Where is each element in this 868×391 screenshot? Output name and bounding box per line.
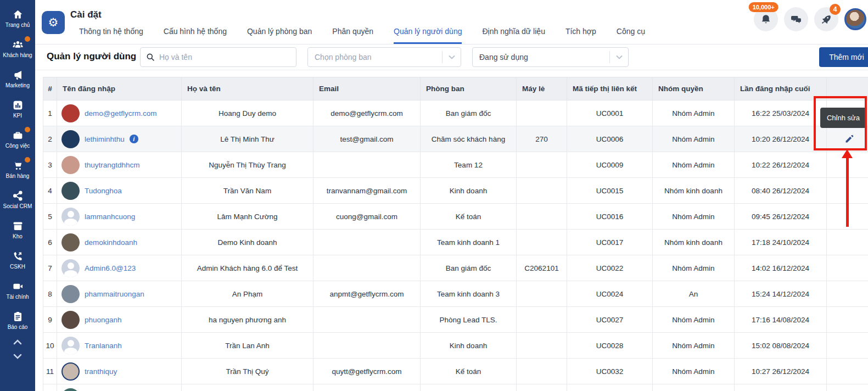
- sidebar-item-marketing[interactable]: Marketing: [0, 64, 35, 94]
- permission-group-cell: An: [653, 281, 735, 307]
- search-input[interactable]: [159, 53, 290, 62]
- username-link[interactable]: demo@getflycrm.com: [85, 109, 157, 118]
- extension-cell: [517, 204, 567, 230]
- row-number: 5: [43, 204, 57, 230]
- row-number: 4: [43, 178, 57, 204]
- permission-group-cell: Nhóm kinh doanh: [653, 178, 735, 204]
- full-name-cell: ha nguyen phương anh: [182, 307, 313, 333]
- table-row: 4TudonghoaTrần Văn Namtranvannam@gmail.c…: [43, 178, 868, 204]
- tab-c-ng-c[interactable]: Công cụ: [617, 27, 645, 44]
- username-link[interactable]: thuytrangtdhhcm: [85, 161, 140, 169]
- row-avatar: [61, 130, 80, 148]
- username-link[interactable]: tranthiquy: [85, 367, 117, 376]
- last-login-cell: 08:40 26/12/2024: [735, 178, 827, 204]
- username-cell: demokinhdoanh: [57, 230, 182, 255]
- username-cell: Tranlananh: [57, 333, 182, 359]
- sidebar: Trang chủKhách hàngMarketingKPICông việc…: [0, 0, 35, 391]
- notifications-button[interactable]: 10,000+: [754, 7, 778, 31]
- table-row: 7Admin6.0@123Admin Khách hàng 6.0 để Tes…: [43, 255, 868, 281]
- username-link[interactable]: Tudonghoa: [85, 187, 122, 195]
- permission-group-cell: Nhóm Admin: [653, 204, 735, 230]
- tab-ph-n-quy-n[interactable]: Phân quyền: [332, 27, 373, 44]
- sidebar-item-label: KPI: [13, 113, 22, 119]
- extension-cell: [517, 307, 567, 333]
- row-number: 10: [43, 333, 57, 359]
- full-name-cell: Trần Văn Nam: [182, 178, 313, 204]
- app-title: Cài đặt: [70, 9, 102, 20]
- sidebar-item-cskh[interactable]: CSKH: [0, 245, 35, 275]
- tab-th-ng-tin-h-th-ng[interactable]: Thông tin hệ thống: [79, 27, 143, 44]
- permission-group-cell: Nhóm Admin: [653, 152, 735, 178]
- full-name-cell: Trần Lan Anh: [182, 333, 313, 359]
- actions-cell: [827, 126, 868, 152]
- info-icon[interactable]: i: [130, 135, 138, 143]
- department-select[interactable]: Chọn phòng ban: [307, 47, 461, 67]
- sidebar-item-b-n-h-ng[interactable]: Bán hàng: [0, 154, 35, 185]
- launcher-button[interactable]: 4: [814, 7, 838, 31]
- username-link[interactable]: Admin6.0@123: [85, 264, 136, 272]
- actions-cell: [827, 255, 868, 281]
- full-name-cell: Lê Thị Minh Thư: [182, 126, 313, 152]
- sidebar-item-kh-ch-h-ng[interactable]: Khách hàng: [0, 33, 35, 64]
- tab-nh-ngh-a-d-li-u[interactable]: Định nghĩa dữ liệu: [482, 27, 545, 44]
- chat-button[interactable]: [784, 7, 808, 31]
- column-header-item: #: [43, 77, 57, 100]
- last-login-cell: 17:16 14/08/2024: [735, 307, 827, 333]
- extension-cell: [517, 230, 567, 255]
- column-header-m-ti-p-th-li-n-k-t: Mã tiếp thị liên kết: [567, 77, 653, 100]
- actions-cell: [827, 307, 868, 333]
- user-avatar[interactable]: [844, 8, 866, 30]
- username-link[interactable]: lethiminhthu: [85, 135, 125, 143]
- sidebar-item-b-o-c-o[interactable]: Báo cáo: [0, 305, 35, 336]
- sidebar-item-kpi[interactable]: KPI: [0, 94, 35, 124]
- sidebar-item-c-ng-vi-c[interactable]: Công việc: [0, 124, 35, 154]
- column-header-nh-m-quy-n: Nhóm quyền: [653, 77, 735, 100]
- row-number: 1: [43, 100, 57, 126]
- extension-cell: [517, 384, 567, 391]
- extension-cell: C2062101: [517, 255, 567, 281]
- username-link[interactable]: lammanhcuong: [85, 213, 135, 221]
- sidebar-item-trang-ch[interactable]: Trang chủ: [0, 3, 35, 33]
- sidebar-item-social-crm[interactable]: Social CRM: [0, 185, 35, 215]
- notification-dot: [25, 127, 30, 132]
- extension-cell: [517, 281, 567, 307]
- sidebar-item-label: Kho: [13, 233, 23, 239]
- report-icon: [12, 311, 24, 322]
- status-select[interactable]: Đang sử dụng: [472, 47, 629, 67]
- customers-icon: [12, 39, 24, 51]
- table-row: 9phuonganhha nguyen phương anhPhòng Lead…: [43, 307, 868, 333]
- sidebar-item-t-i-ch-nh[interactable]: Tài chính: [0, 275, 35, 305]
- permission-group-cell: Nhóm Admin: [653, 255, 735, 281]
- bell-icon: [760, 13, 772, 25]
- table-row: 2lethiminhthuiLê Thị Minh Thưtest@gmail.…: [43, 126, 868, 152]
- username-link[interactable]: phammaitruongan: [85, 290, 144, 298]
- username-link[interactable]: phuonganh: [85, 316, 122, 324]
- permission-group-cell: Nhóm Admin: [653, 126, 735, 152]
- briefcase-icon: [12, 130, 24, 141]
- table-row: 5lammanhcuongLâm Mạnh Cườngcuong@gmail.c…: [43, 204, 868, 230]
- gear-icon: ⚙: [48, 17, 59, 29]
- last-login-cell: 17:18 24/10/2024: [735, 230, 827, 255]
- username-link[interactable]: Tranlananh: [85, 342, 122, 350]
- extension-cell: [517, 178, 567, 204]
- table-row: 1demo@getflycrm.comHoang Duy demodemo@ge…: [43, 100, 868, 126]
- page-title: Quản lý người dùng: [47, 51, 136, 62]
- department-cell: [421, 384, 517, 391]
- permission-group-cell: Nhóm kinh doanh: [653, 230, 735, 255]
- settings-app-icon[interactable]: ⚙: [42, 11, 65, 34]
- sidebar-scroll-down-icon[interactable]: [13, 353, 23, 360]
- username-cell: tranthiquy: [57, 359, 182, 384]
- extension-cell: 270: [517, 126, 567, 152]
- tab-c-u-h-nh-h-th-ng[interactable]: Cấu hình hệ thống: [164, 27, 227, 44]
- add-new-button[interactable]: Thêm mới: [819, 47, 868, 67]
- tab-qu-n-l-ph-ng-ban[interactable]: Quản lý phòng ban: [247, 27, 312, 44]
- last-login-cell: 15:24 14/12/2024: [735, 281, 827, 307]
- tab-qu-n-l-ng-i-d-ng[interactable]: Quản lý người dùng: [394, 27, 462, 44]
- row-avatar: [61, 104, 80, 122]
- edit-pencil-icon[interactable]: [844, 134, 854, 144]
- tab-t-ch-h-p[interactable]: Tích hợp: [565, 27, 596, 44]
- sidebar-item-kho[interactable]: Kho: [0, 215, 35, 245]
- sidebar-scroll-up-icon[interactable]: [13, 339, 23, 345]
- username-link[interactable]: demokinhdoanh: [85, 238, 137, 247]
- column-header-ph-ng-ban: Phòng ban: [421, 77, 517, 100]
